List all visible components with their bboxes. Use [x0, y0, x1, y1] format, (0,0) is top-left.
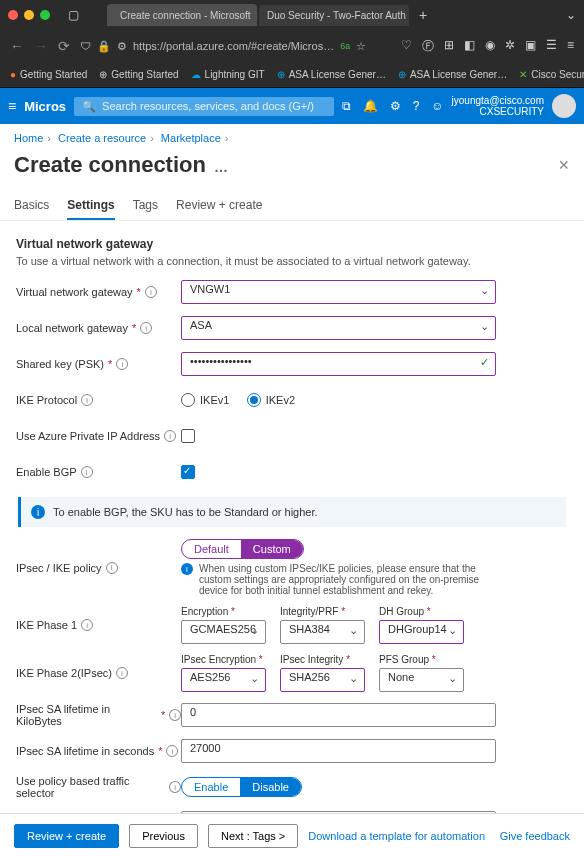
bookmark-item[interactable]: ✕Cisco SecureX — [519, 69, 584, 80]
form-tabs: Basics Settings Tags Review + create — [0, 184, 584, 221]
azure-header: ≡ Micros 🔍 ⧉ 🔔 ⚙ ? ☺ jyoungta@cisco.com … — [0, 88, 584, 124]
pill-custom[interactable]: Custom — [241, 540, 303, 558]
policy-toggle: Default Custom — [181, 539, 304, 559]
url-bar[interactable]: 🛡 🔒 ⚙ https://portal.azure.com/#create/M… — [80, 40, 391, 53]
search-box[interactable]: 🔍 — [74, 97, 334, 116]
vng-select[interactable]: VNGW1 — [181, 280, 496, 304]
sidebar-icon[interactable]: ☰ — [546, 38, 557, 55]
sa-sec-input[interactable]: 27000 — [181, 739, 496, 763]
sa-kb-input[interactable]: 0 — [181, 703, 496, 727]
tab-azure[interactable]: Create connection - Microsoft × — [107, 4, 257, 26]
pocket-icon[interactable]: ♡ — [401, 38, 412, 55]
radio-ikev1[interactable] — [181, 393, 195, 407]
back-button[interactable]: ← — [10, 38, 24, 54]
breadcrumb: Home› Create a resource› Marketplace› — [0, 124, 584, 152]
tab-duo[interactable]: Duo Security - Two-Factor Auth × — [259, 5, 409, 26]
info-icon[interactable]: i — [81, 466, 93, 478]
page-title: Create connection… — [14, 152, 228, 178]
container-icon[interactable]: ◧ — [464, 38, 475, 55]
radio-ikev2[interactable] — [247, 393, 261, 407]
bookmark-item[interactable]: ●Getting Started — [10, 69, 87, 80]
next-button[interactable]: Next : Tags > — [208, 824, 298, 848]
search-icon: 🔍 — [82, 100, 96, 113]
bookmark-item[interactable]: ⊕ASA License Gener… — [277, 69, 386, 80]
chevron-down-icon[interactable]: ⌄ — [566, 8, 576, 22]
p2-encryption-select[interactable]: AES256 — [181, 668, 266, 692]
menu-icon[interactable]: ≡ — [567, 38, 574, 55]
help-icon[interactable]: ? — [413, 99, 420, 113]
crumb-home[interactable]: Home — [14, 132, 43, 144]
forward-button[interactable]: → — [34, 38, 48, 54]
info-icon[interactable]: i — [116, 358, 128, 370]
avatar[interactable] — [552, 94, 576, 118]
tab-settings[interactable]: Settings — [67, 192, 114, 220]
pill-disable[interactable]: Disable — [240, 778, 301, 796]
info-icon[interactable]: i — [164, 430, 176, 442]
close-tab-icon[interactable]: × — [256, 10, 257, 21]
reload-button[interactable]: ⟳ — [58, 38, 70, 54]
tab-review[interactable]: Review + create — [176, 192, 262, 220]
sf-icon: ☁ — [191, 69, 201, 80]
crumb-create[interactable]: Create a resource — [58, 132, 146, 144]
settings-icon[interactable]: ⚙ — [390, 99, 401, 113]
p2-pfs-select[interactable]: None — [379, 668, 464, 692]
menu-icon[interactable]: ≡ — [8, 98, 16, 114]
bookmark-item[interactable]: ⊕ASA License Gener… — [398, 69, 507, 80]
tab-label: Create connection - Microsoft — [120, 10, 251, 21]
give-feedback-link[interactable]: Give feedback — [500, 830, 570, 842]
p1-encryption-select[interactable]: GCMAES256 — [181, 620, 266, 644]
cisco-icon: ⊕ — [398, 69, 406, 80]
checkbox-private-ip[interactable] — [181, 429, 195, 443]
extension-icon[interactable]: ✲ — [505, 38, 515, 55]
notifications-icon[interactable]: 🔔 — [363, 99, 378, 113]
close-blade-icon[interactable]: ✕ — [558, 157, 570, 173]
star-icon[interactable]: ☆ — [356, 40, 366, 53]
cisco-icon: ⊕ — [277, 69, 285, 80]
more-icon[interactable]: … — [214, 159, 228, 175]
minimize-window[interactable] — [24, 10, 34, 20]
extension-icon[interactable]: ◉ — [485, 38, 495, 55]
maximize-window[interactable] — [40, 10, 50, 20]
search-input[interactable] — [102, 100, 326, 112]
feedback-icon[interactable]: ☺ — [431, 99, 443, 113]
p1-integrity-select[interactable]: SHA384 — [280, 620, 365, 644]
pill-enable[interactable]: Enable — [182, 778, 240, 796]
review-create-button[interactable]: Review + create — [14, 824, 119, 848]
p1-dhgroup-select[interactable]: DHGroup14 — [379, 620, 464, 644]
globe-icon: ⊕ — [99, 69, 107, 80]
info-icon[interactable]: i — [81, 394, 93, 406]
qr-icon[interactable]: ⊞ — [444, 38, 454, 55]
tab-tags[interactable]: Tags — [133, 192, 158, 220]
extension-icon[interactable]: ▣ — [525, 38, 536, 55]
tab-basics[interactable]: Basics — [14, 192, 49, 220]
bookmark-item[interactable]: ☁Lightning GIT — [191, 69, 265, 80]
previous-button[interactable]: Previous — [129, 824, 198, 848]
lng-select[interactable]: ASA — [181, 316, 496, 340]
info-icon[interactable]: i — [81, 619, 93, 631]
download-template-link[interactable]: Download a template for automation — [308, 830, 485, 842]
info-icon[interactable]: i — [145, 286, 157, 298]
pill-default[interactable]: Default — [182, 540, 241, 558]
account-icon[interactable]: Ⓕ — [422, 38, 434, 55]
window-controls — [8, 10, 50, 20]
new-tab-button[interactable]: + — [411, 7, 435, 23]
info-icon[interactable]: i — [106, 562, 118, 574]
securex-icon: ✕ — [519, 69, 527, 80]
info-icon[interactable]: i — [116, 667, 128, 679]
info-icon[interactable]: i — [166, 745, 178, 757]
info-icon[interactable]: i — [169, 781, 181, 793]
info-icon[interactable]: i — [140, 322, 152, 334]
checkbox-bgp[interactable] — [181, 465, 195, 479]
toolbar-icons: ♡ Ⓕ ⊞ ◧ ◉ ✲ ▣ ☰ ≡ — [401, 38, 574, 55]
info-icon[interactable]: i — [169, 709, 181, 721]
user-info[interactable]: jyoungta@cisco.com CXSECURITY — [452, 95, 544, 117]
cloud-shell-icon[interactable]: ⧉ — [342, 99, 351, 113]
p2-integrity-select[interactable]: SHA256 — [280, 668, 365, 692]
crumb-marketplace[interactable]: Marketplace — [161, 132, 221, 144]
bookmark-item[interactable]: ⊕Getting Started — [99, 69, 178, 80]
selector-toggle: Enable Disable — [181, 777, 302, 797]
info-icon: i — [181, 563, 193, 575]
close-window[interactable] — [8, 10, 18, 20]
firefox-icon: ● — [10, 69, 16, 80]
psk-input[interactable]: •••••••••••••••• — [181, 352, 496, 376]
